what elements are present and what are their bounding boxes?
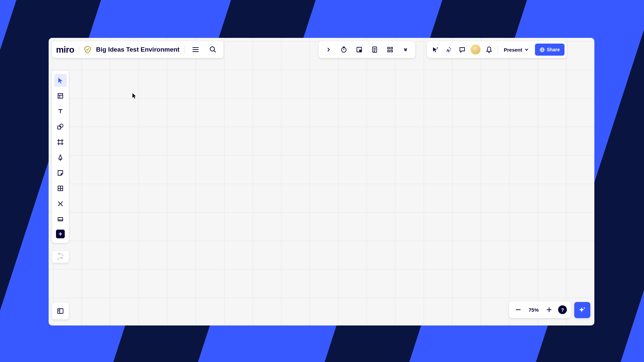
- svg-line-20: [449, 47, 450, 48]
- board-title[interactable]: Big Ideas Test Environment: [96, 46, 179, 53]
- svg-rect-31: [58, 126, 61, 129]
- tool-mindmap[interactable]: [54, 197, 67, 210]
- chevron-down-icon[interactable]: [398, 43, 413, 56]
- zoom-in-button[interactable]: [543, 303, 555, 316]
- tool-text[interactable]: [54, 105, 67, 118]
- app-window: miro Big Ideas Test Environment: [49, 38, 594, 325]
- svg-line-4: [214, 51, 216, 52]
- present-label: Present: [504, 47, 522, 53]
- svg-rect-9: [360, 50, 361, 51]
- svg-line-22: [450, 50, 450, 50]
- zoom-bar: 75% ?: [509, 301, 571, 318]
- logo[interactable]: miro: [56, 45, 74, 55]
- notifications-icon[interactable]: [483, 43, 495, 56]
- tool-frame[interactable]: [54, 136, 67, 148]
- panel-toggle[interactable]: [52, 303, 69, 319]
- collab-toolbar: Present Share: [427, 41, 567, 58]
- note-icon[interactable]: [352, 43, 367, 56]
- timer-icon[interactable]: [336, 43, 352, 56]
- present-button[interactable]: Present: [500, 43, 532, 56]
- undo-button[interactable]: [57, 253, 64, 257]
- zoom-level[interactable]: 75%: [526, 307, 541, 313]
- svg-rect-26: [58, 94, 63, 98]
- sparkle-icon: [578, 306, 586, 314]
- cursor-tracking-icon[interactable]: [429, 43, 442, 56]
- svg-rect-15: [391, 47, 392, 49]
- tool-templates[interactable]: [54, 89, 67, 102]
- comments-icon[interactable]: [456, 43, 469, 56]
- tool-sticky[interactable]: [54, 167, 67, 179]
- share-label: Share: [547, 47, 560, 52]
- tool-shapes[interactable]: [54, 120, 67, 133]
- divider: [79, 45, 79, 54]
- svg-point-3: [210, 47, 215, 51]
- user-avatar[interactable]: [469, 43, 482, 56]
- shield-icon[interactable]: [84, 46, 91, 53]
- center-toolbar: [319, 41, 415, 58]
- canvas[interactable]: [49, 38, 594, 325]
- zoom-out-button[interactable]: [512, 303, 525, 316]
- tool-table[interactable]: [54, 182, 67, 195]
- globe-icon: [540, 47, 545, 52]
- svg-rect-17: [391, 50, 392, 52]
- chevron-down-icon: [525, 49, 528, 51]
- title-bar: miro Big Ideas Test Environment: [52, 41, 223, 58]
- divider: [184, 45, 184, 54]
- redo-button[interactable]: [57, 257, 64, 261]
- help-button[interactable]: ?: [558, 305, 567, 314]
- tool-pen[interactable]: [54, 151, 67, 164]
- svg-rect-41: [58, 218, 63, 221]
- svg-rect-14: [388, 47, 389, 49]
- tool-rail: [52, 71, 69, 243]
- svg-rect-16: [388, 50, 389, 52]
- cursor-indicator: [132, 93, 137, 99]
- tool-select[interactable]: [54, 74, 67, 87]
- undo-redo-panel: [52, 251, 69, 263]
- divider: [497, 45, 498, 54]
- menu-icon[interactable]: [189, 43, 202, 56]
- reactions-icon[interactable]: [442, 43, 455, 56]
- share-button[interactable]: Share: [535, 44, 565, 56]
- search-icon[interactable]: [207, 43, 219, 56]
- expand-icon[interactable]: [321, 43, 336, 56]
- svg-point-32: [60, 124, 63, 127]
- svg-line-21: [450, 49, 451, 49]
- tool-card[interactable]: [54, 213, 67, 226]
- ai-assist-button[interactable]: [574, 302, 590, 318]
- apps-icon[interactable]: [382, 43, 398, 56]
- document-icon[interactable]: [367, 43, 382, 56]
- tool-add[interactable]: [56, 230, 65, 238]
